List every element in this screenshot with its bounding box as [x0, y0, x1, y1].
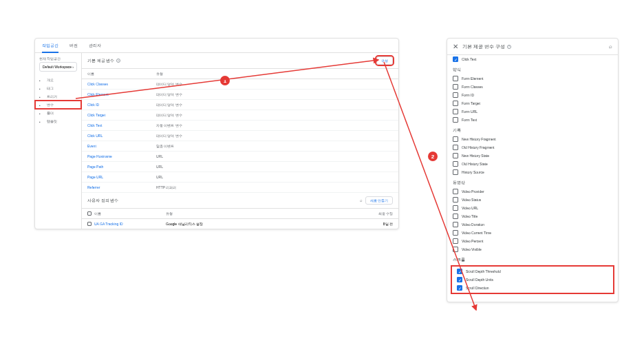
check-row[interactable]: Video Status — [447, 196, 618, 204]
table-row[interactable]: Event맞춤 이벤트 — [82, 141, 398, 152]
table-row[interactable]: Click URL데이터 영역 변수 — [82, 131, 398, 141]
check-label: New History State — [462, 154, 489, 158]
check-row[interactable]: Video URL — [447, 204, 618, 212]
panel-body: 현재 작업공간 Default Workspace › ▪개요▪태그▪트리거▪변… — [35, 53, 398, 229]
check-row[interactable]: Form URL — [447, 107, 618, 116]
search-icon[interactable]: ⌕ — [609, 43, 612, 50]
check-row[interactable]: Video Title — [447, 212, 618, 220]
tab-version[interactable]: 버전 — [69, 43, 78, 52]
check-label: Video Duration — [462, 222, 484, 227]
new-button[interactable]: 새로 만들기 — [365, 196, 393, 205]
check-row[interactable]: ✓Scroll Depth Units — [451, 276, 614, 284]
check-row[interactable]: Old History Fragment — [447, 143, 618, 152]
tab-workspace[interactable]: 작업공간 — [42, 43, 58, 53]
tab-admin[interactable]: 관리자 — [89, 43, 101, 52]
workspace-select[interactable]: Default Workspace › — [39, 62, 77, 72]
table-row[interactable]: Click Target데이터 영역 변수 — [82, 110, 398, 121]
section-label: 동영상 — [447, 176, 618, 187]
sidebar-item-tag[interactable]: ▪태그 — [35, 84, 81, 92]
var-type: 데이터 영역 변수 — [156, 134, 393, 138]
table-row[interactable]: Click ID데이터 영역 변수 — [82, 100, 398, 110]
builtin-header: 기본 제공 변수 ? 구성 — [82, 53, 398, 69]
section-label: 기록 — [447, 124, 618, 135]
check-row-click-text[interactable]: ✓ Click Text — [447, 55, 618, 63]
workspace-label: 현재 작업공간 — [35, 57, 81, 61]
var-type: 데이터 영역 변수 — [156, 92, 393, 96]
checkbox-icon — [453, 161, 458, 167]
table-row[interactable]: Page PathURL — [82, 162, 398, 172]
user-var-actions: ⌕ 새로 만들기 — [360, 196, 393, 205]
select-all-checkbox[interactable] — [87, 211, 92, 216]
var-type: 맞춤 이벤트 — [156, 144, 393, 148]
check-row[interactable]: Form Element — [447, 74, 618, 83]
right-title: 기본 제공 변수 구성 ? — [462, 43, 511, 50]
user-var-title: 사용자 정의 변수 — [87, 198, 118, 203]
close-icon[interactable]: ✕ — [453, 43, 458, 50]
var-type: URL — [156, 175, 393, 179]
table-row[interactable]: Page HostnameURL — [82, 152, 398, 162]
help-icon[interactable]: ? — [116, 59, 120, 63]
variable-icon: ▪ — [39, 103, 44, 107]
check-row[interactable]: Form Target — [447, 99, 618, 107]
sidebar-item-folder[interactable]: ▪폴더 — [35, 109, 81, 117]
check-label: Form Element — [462, 76, 483, 81]
check-row[interactable]: New History Fragment — [447, 135, 618, 143]
check-row[interactable]: Form Classes — [447, 83, 618, 91]
sidebar-item-trigger[interactable]: ▪트리거 — [35, 92, 81, 101]
check-label: Video Current Time — [462, 231, 491, 235]
folder-icon: ▪ — [39, 112, 44, 115]
table-row[interactable]: Click Classes데이터 영역 변수 — [82, 79, 398, 90]
check-label: Video Provider — [462, 189, 484, 194]
var-name: Click Text — [87, 123, 156, 127]
check-row[interactable]: Video Percent — [447, 237, 618, 245]
left-panel: 작업공간 버전 관리자 현재 작업공간 Default Workspace › … — [34, 38, 399, 229]
check-label: Scroll Direction — [466, 286, 489, 290]
check-row[interactable]: New History State — [447, 152, 618, 160]
check-row[interactable]: Form Text — [447, 116, 618, 124]
table-row[interactable]: Click Element데이터 영역 변수 — [82, 90, 398, 100]
check-label: Form URL — [462, 110, 477, 114]
check-row[interactable]: Video Current Time — [447, 229, 618, 237]
check-row[interactable]: Form ID — [447, 91, 618, 99]
var-type: 데이터 영역 변수 — [156, 113, 393, 117]
check-row[interactable]: Old History State — [447, 160, 618, 168]
search-icon[interactable]: ⌕ — [360, 198, 363, 203]
var-name: Click Element — [87, 92, 156, 96]
sidebar-item-variable[interactable]: ▪변수 — [35, 101, 81, 109]
checkbox-icon — [453, 84, 458, 90]
var-type: URL — [156, 165, 393, 169]
help-icon[interactable]: ? — [507, 45, 511, 49]
sidebar-item-template[interactable]: ▪템플릿 — [35, 117, 81, 125]
check-row[interactable]: ✓Scroll Depth Threshold — [451, 267, 614, 276]
table-row[interactable]: Page URLURL — [82, 172, 398, 183]
check-label: Click Text — [462, 57, 476, 61]
checkbox-icon — [453, 189, 458, 194]
var-name: Click Target — [87, 113, 156, 117]
table-row[interactable]: Click Text자동 이벤트 변수 — [82, 121, 398, 131]
chevron-right-icon: › — [72, 65, 74, 69]
checkbox-icon — [453, 136, 458, 142]
check-row[interactable]: Video Provider — [447, 187, 618, 196]
var-name: Event — [87, 144, 156, 148]
check-row[interactable]: Video Visible — [447, 245, 618, 253]
table-row[interactable]: ReferrerHTTP 리퍼러 — [82, 183, 398, 193]
section-group: ✓Scroll Depth Threshold✓Scroll Depth Uni… — [451, 266, 614, 293]
checkbox-icon — [453, 145, 458, 150]
check-row[interactable]: ✓Scroll Direction — [451, 284, 614, 292]
check-label: Form Text — [462, 118, 477, 122]
row-checkbox[interactable] — [87, 222, 92, 226]
var-type: 데이터 영역 변수 — [156, 82, 393, 86]
var-type: 자동 이벤트 변수 — [156, 123, 393, 127]
check-label: Video URL — [462, 206, 478, 210]
table-row[interactable]: UA GA Tracking IDGoogle 애널리틱스 설정8일 전 — [82, 219, 398, 229]
check-row[interactable]: Video Duration — [447, 220, 618, 229]
sidebar-item-dashboard[interactable]: ▪개요 — [35, 76, 81, 84]
check-row[interactable]: History Source — [447, 168, 618, 176]
tag-icon: ▪ — [39, 87, 44, 90]
col-name-header2: 이름 — [94, 211, 163, 216]
config-button[interactable]: 구성 — [376, 56, 393, 65]
var-name: UA GA Tracking ID — [94, 222, 163, 226]
trigger-icon: ▪ — [39, 95, 44, 98]
check-label: History Source — [462, 170, 484, 174]
sidebar-item-label: 태그 — [47, 86, 54, 90]
